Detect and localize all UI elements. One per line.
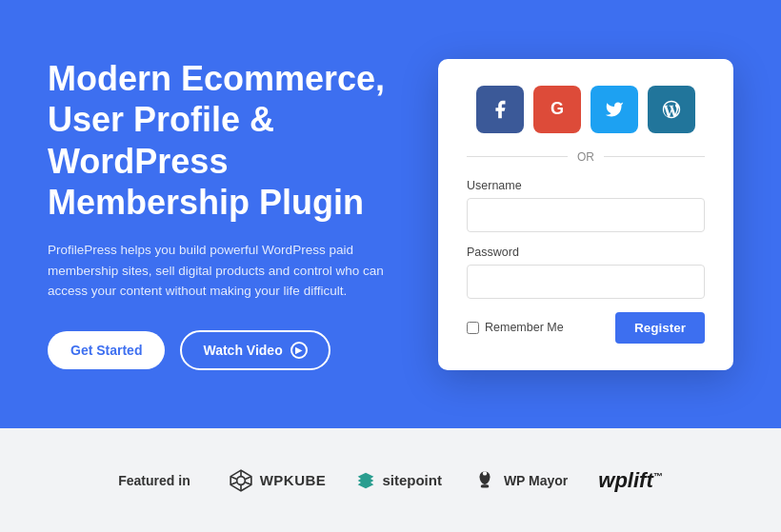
remember-me-text: Remember Me [485, 321, 564, 334]
username-label: Username [467, 179, 705, 192]
wpkube-text: WPKUBE [260, 472, 327, 488]
wpkube-logo: WPKUBE [229, 468, 327, 493]
get-started-button[interactable]: Get Started [48, 331, 165, 369]
wpmayor-logo: WP Mayor [472, 468, 568, 493]
or-line-right [604, 156, 705, 157]
remember-me-label[interactable]: Remember Me [467, 321, 564, 334]
featured-label: Featured in [118, 473, 190, 488]
hero-title: Modern Ecommerce, User Profile & WordPre… [48, 58, 410, 223]
svg-point-1 [236, 476, 245, 484]
username-input[interactable] [467, 198, 705, 232]
svg-point-10 [483, 471, 487, 475]
or-divider: OR [467, 150, 705, 164]
wpmayor-icon [472, 468, 497, 493]
social-login-buttons: G [467, 86, 705, 133]
password-input[interactable] [467, 265, 705, 299]
footer-section: Featured in WPKUBE sitepoint [0, 428, 781, 532]
svg-line-7 [245, 476, 251, 479]
google-login-button[interactable]: G [533, 86, 581, 133]
hero-description: ProfilePress helps you build powerful Wo… [48, 240, 390, 302]
or-line-left [467, 156, 568, 157]
sitepoint-text: sitepoint [382, 472, 442, 488]
hero-buttons: Get Started Watch Video ▶ [48, 330, 410, 370]
google-icon: G [551, 99, 564, 119]
password-label: Password [467, 246, 705, 259]
wplift-text: wplift™ [598, 468, 662, 493]
remember-me-checkbox[interactable] [467, 322, 479, 334]
wpmayor-text: WP Mayor [504, 473, 568, 488]
hero-left: Modern Ecommerce, User Profile & WordPre… [48, 58, 438, 370]
register-button[interactable]: Register [615, 312, 705, 344]
wplift-logo: wplift™ [598, 468, 662, 493]
svg-rect-9 [481, 484, 490, 487]
svg-line-6 [230, 482, 237, 484]
wordpress-login-button[interactable] [648, 86, 695, 133]
play-icon: ▶ [290, 342, 308, 359]
hero-section: Modern Ecommerce, User Profile & WordPre… [0, 0, 781, 428]
login-card: G OR Username Passwo [438, 59, 733, 370]
password-group: Password [467, 246, 705, 299]
or-text: OR [577, 150, 594, 164]
form-footer: Remember Me Register [467, 312, 705, 344]
facebook-icon [490, 99, 511, 120]
svg-line-4 [230, 476, 237, 479]
twitter-icon [605, 100, 624, 119]
svg-line-5 [245, 482, 251, 484]
brand-logos: WPKUBE sitepoint WP Mayor wplift™ [229, 468, 663, 493]
wpkube-icon [229, 468, 253, 493]
wplift-tm: ™ [653, 470, 663, 481]
watch-video-label: Watch Video [203, 343, 282, 358]
facebook-login-button[interactable] [476, 86, 524, 133]
username-group: Username [467, 179, 705, 232]
twitter-login-button[interactable] [591, 86, 638, 133]
watch-video-button[interactable]: Watch Video ▶ [180, 330, 330, 370]
sitepoint-icon [356, 471, 375, 490]
sitepoint-logo: sitepoint [356, 471, 442, 490]
wordpress-icon [661, 99, 682, 120]
